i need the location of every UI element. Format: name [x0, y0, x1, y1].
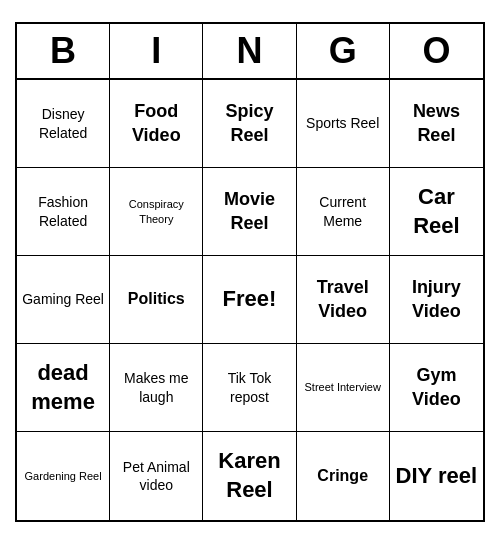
bingo-cell-10[interactable]: Gaming Reel	[17, 256, 110, 344]
bingo-letter-G: G	[297, 24, 390, 78]
bingo-cell-2[interactable]: Spicy Reel	[203, 80, 296, 168]
bingo-cell-18[interactable]: Street Interview	[297, 344, 390, 432]
bingo-letter-N: N	[203, 24, 296, 78]
bingo-cell-4[interactable]: News Reel	[390, 80, 483, 168]
bingo-cell-3[interactable]: Sports Reel	[297, 80, 390, 168]
bingo-header: BINGO	[17, 24, 483, 80]
bingo-cell-21[interactable]: Pet Animal video	[110, 432, 203, 520]
bingo-card: BINGO Disney RelatedFood VideoSpicy Reel…	[15, 22, 485, 522]
bingo-grid: Disney RelatedFood VideoSpicy ReelSports…	[17, 80, 483, 520]
bingo-cell-11[interactable]: Politics	[110, 256, 203, 344]
bingo-cell-12[interactable]: Free!	[203, 256, 296, 344]
bingo-cell-16[interactable]: Makes me laugh	[110, 344, 203, 432]
bingo-letter-B: B	[17, 24, 110, 78]
bingo-cell-8[interactable]: Current Meme	[297, 168, 390, 256]
bingo-cell-7[interactable]: Movie Reel	[203, 168, 296, 256]
bingo-cell-23[interactable]: Cringe	[297, 432, 390, 520]
bingo-letter-O: O	[390, 24, 483, 78]
bingo-cell-24[interactable]: DIY reel	[390, 432, 483, 520]
bingo-cell-13[interactable]: Travel Video	[297, 256, 390, 344]
bingo-cell-1[interactable]: Food Video	[110, 80, 203, 168]
bingo-cell-15[interactable]: dead meme	[17, 344, 110, 432]
bingo-cell-9[interactable]: Car Reel	[390, 168, 483, 256]
bingo-cell-6[interactable]: Conspiracy Theory	[110, 168, 203, 256]
bingo-cell-20[interactable]: Gardening Reel	[17, 432, 110, 520]
bingo-letter-I: I	[110, 24, 203, 78]
bingo-cell-0[interactable]: Disney Related	[17, 80, 110, 168]
bingo-cell-17[interactable]: Tik Tok repost	[203, 344, 296, 432]
bingo-cell-19[interactable]: Gym Video	[390, 344, 483, 432]
bingo-cell-5[interactable]: Fashion Related	[17, 168, 110, 256]
bingo-cell-14[interactable]: Injury Video	[390, 256, 483, 344]
bingo-cell-22[interactable]: Karen Reel	[203, 432, 296, 520]
